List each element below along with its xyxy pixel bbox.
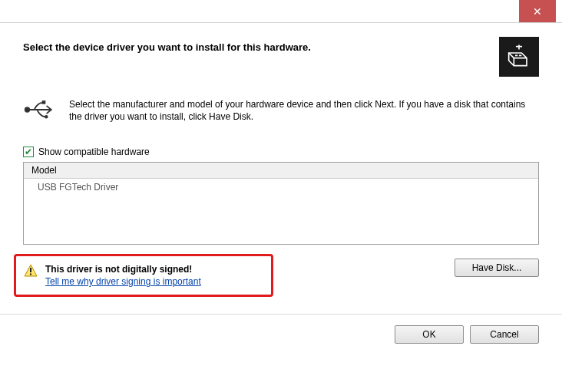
instruction-text: Select the manufacturer and model of you… — [69, 98, 539, 123]
header-row: Select the device driver you want to ins… — [23, 37, 539, 77]
have-disk-button[interactable]: Have Disk... — [455, 259, 539, 277]
signing-info-link[interactable]: Tell me why driver signing is important — [45, 276, 201, 287]
usb-icon — [23, 98, 57, 124]
cancel-button[interactable]: Cancel — [470, 325, 539, 344]
close-icon: ✕ — [533, 5, 542, 18]
show-compatible-checkbox[interactable]: ✔ Show compatible hardware — [23, 147, 539, 157]
page-title: Select the device driver you want to ins… — [23, 37, 311, 53]
titlebar: ✕ — [0, 0, 562, 23]
model-list[interactable]: Model USB FGTech Driver — [23, 162, 539, 245]
warning-icon — [24, 264, 38, 278]
warning-text: This driver is not digitally signed! Tel… — [45, 264, 201, 287]
device-card-icon — [499, 37, 539, 77]
instruction-row: Select the manufacturer and model of you… — [23, 98, 539, 124]
list-item[interactable]: USB FGTech Driver — [24, 179, 538, 196]
warning-title: This driver is not digitally signed! — [45, 264, 201, 275]
svg-rect-3 — [30, 268, 31, 272]
svg-rect-4 — [30, 274, 31, 275]
close-button[interactable]: ✕ — [519, 0, 556, 22]
checkbox-box: ✔ — [23, 147, 34, 157]
checkbox-label: Show compatible hardware — [38, 147, 150, 157]
dialog-footer: OK Cancel — [0, 314, 562, 344]
ok-button[interactable]: OK — [395, 325, 464, 344]
check-icon: ✔ — [25, 147, 32, 156]
svg-point-2 — [45, 115, 48, 119]
model-list-header[interactable]: Model — [24, 163, 538, 179]
svg-rect-1 — [42, 100, 46, 104]
warning-area: This driver is not digitally signed! Tel… — [23, 254, 539, 297]
dialog-content: Select the device driver you want to ins… — [0, 23, 562, 306]
signing-warning: This driver is not digitally signed! Tel… — [14, 254, 273, 297]
